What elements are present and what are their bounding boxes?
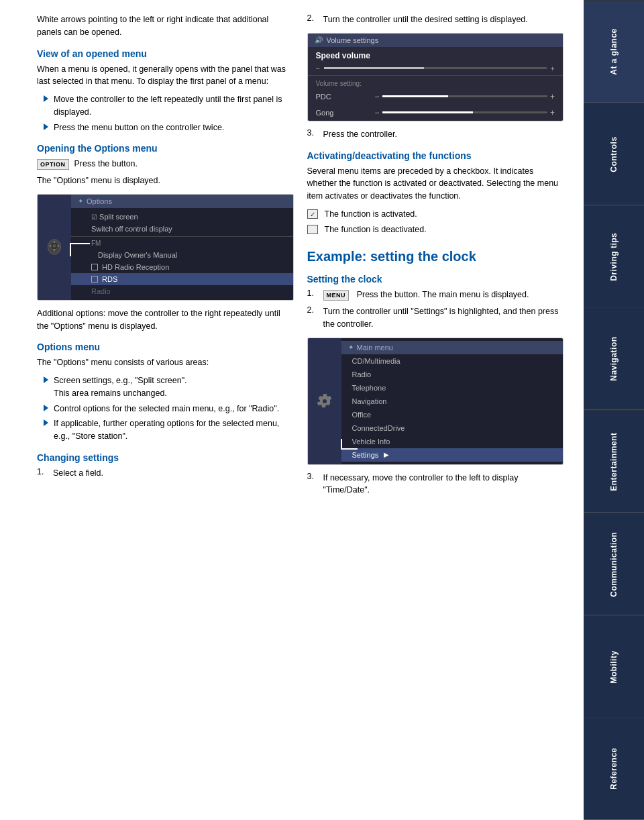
clock-step-num-1: 1. — [307, 289, 318, 301]
right-step-2: 2. Turn the controller until the desired… — [307, 13, 564, 26]
bullet-item-2: Press the menu button on the controller … — [44, 121, 294, 134]
pdc-label: PDC — [316, 93, 370, 101]
options-bullet-3: If applicable, further operating options… — [44, 417, 294, 443]
main-menu-settings: Settings ▶ — [341, 448, 564, 462]
options-left-panel — [38, 195, 71, 300]
sidebar-tab-communication[interactable]: Communication — [584, 513, 644, 615]
speed-minus: − — [316, 64, 320, 72]
options-item-hd-radio: HD Radio Reception — [71, 261, 293, 273]
clock-step-num-2: 2. — [307, 305, 318, 331]
deactivated-text: The function is deactivated. — [325, 223, 427, 236]
main-menu-header: ✦ Main menu — [341, 341, 564, 354]
main-menu-telephone: Telephone — [341, 381, 564, 395]
section-view-heading: View of an opened menu — [37, 48, 294, 59]
options-item-rds: RDS — [71, 273, 293, 285]
options-bullet-text-1: Screen settings, e.g., "Split screen". — [54, 376, 187, 385]
section-options-heading: Opening the Options menu — [37, 143, 294, 154]
sidebar-tab-driving-tips[interactable]: Driving tips — [584, 205, 644, 308]
clock-step-1: 1. MENU Press the button. The main menu … — [307, 289, 564, 301]
speed-volume-slider: − + — [308, 62, 564, 74]
clock-step-2-text: Turn the controller until "Settings" is … — [323, 305, 564, 331]
menu-button: MENU — [323, 290, 350, 301]
gong-volume-item: Gong − + — [308, 105, 564, 121]
gong-fill — [382, 111, 474, 113]
clock-step-3-text: If necessary, move the controller to the… — [323, 472, 564, 497]
right-step-2-text: Turn the controller until the desired se… — [323, 13, 528, 26]
options-bullet-arrow-3 — [44, 419, 48, 426]
gong-plus: + — [550, 108, 555, 117]
volume-header-label: Volume settings — [327, 36, 379, 44]
options-item-display-owners: Display Owner's Manual — [71, 249, 293, 261]
gong-slider: − + — [375, 108, 555, 117]
main-menu-inner: ✦ Main menu CD/Multimedia Radio Telephon… — [308, 338, 564, 464]
sidebar-tab-mobility[interactable]: Mobility — [584, 615, 644, 718]
option-button-label: OPTION — [37, 159, 69, 170]
options-bullet-2: Control options for the selected main me… — [44, 403, 294, 415]
intro-text: White arrows pointing to the left or rig… — [37, 13, 294, 39]
clock-step-1-text: Press the button. The main menu is displ… — [357, 290, 529, 299]
gong-bar — [382, 111, 547, 113]
right-step-num-3: 3. — [307, 128, 318, 141]
callout-line-v — [70, 243, 71, 256]
sidebar-tab-navigation[interactable]: Navigation — [584, 307, 644, 410]
activated-text: The function is activated. — [325, 208, 417, 221]
check-deactivated-icon — [307, 225, 318, 234]
main-menu-header-label: Main menu — [357, 344, 393, 352]
speed-slider-bar — [324, 67, 547, 69]
bullet-arrow-1 — [44, 95, 48, 102]
step-num-1: 1. — [37, 467, 48, 480]
options-bullet-1: Screen settings, e.g., "Split screen". T… — [44, 374, 294, 400]
main-menu-screenshot: ✦ Main menu CD/Multimedia Radio Telephon… — [307, 338, 564, 465]
speed-plus: + — [551, 64, 555, 72]
pdc-fill — [382, 95, 449, 97]
options-right-panel: ✦ Options ☑ Split screen Switch off cont… — [71, 195, 293, 300]
main-menu-left — [308, 338, 341, 464]
bullet-arrow-2 — [44, 123, 48, 130]
right-step-3-text: Press the controller. — [323, 128, 397, 141]
main-menu-vehicle: Vehicle Info — [341, 435, 564, 448]
main-menu-navigation: Navigation — [341, 395, 564, 408]
volume-setting-label: Volume setting: — [308, 77, 564, 89]
pdc-minus: − — [375, 92, 380, 101]
speed-volume-label: Speed volume — [308, 47, 564, 62]
volume-header: 🔊 Volume settings — [308, 34, 564, 47]
activating-body: Several menu items are preceded by a che… — [307, 165, 564, 203]
main-menu-office: Office — [341, 408, 564, 421]
clock-step-2: 2. Turn the controller until "Settings" … — [307, 305, 564, 331]
volume-divider — [308, 75, 564, 76]
main-menu-callout-h — [341, 448, 358, 450]
options-header-label: Options — [87, 197, 112, 205]
main-menu-connected: ConnectedDrive — [341, 421, 564, 435]
sidebar-tab-at-a-glance[interactable]: At a glance — [584, 0, 644, 103]
sidebar-tab-reference[interactable]: Reference — [584, 717, 644, 820]
svg-point-2 — [53, 244, 56, 248]
changing-step-1: 1. Select a field. — [37, 467, 294, 480]
activated-row: The function is activated. — [307, 208, 564, 221]
bullet-item-1: Move the controller to the left repeated… — [44, 93, 294, 119]
clock-step-3: 3. If necessary, move the controller to … — [307, 472, 564, 497]
options-item-radio: Radio — [71, 285, 293, 297]
setting-clock-heading: Setting the clock — [307, 274, 564, 285]
section-changing-heading: Changing settings — [37, 452, 294, 463]
options-item-split-screen: ☑ Split screen — [71, 211, 293, 223]
section-view-body: When a menu is opened, it generally open… — [37, 63, 294, 89]
options-screenshot: ✦ Options ☑ Split screen Switch off cont… — [37, 194, 294, 301]
options-header: ✦ Options — [71, 195, 293, 208]
sidebar: At a glance Controls Driving tips Naviga… — [584, 0, 644, 820]
main-menu-radio: Radio — [341, 368, 564, 381]
deactivated-row: The function is deactivated. — [307, 223, 564, 236]
main-menu-cd: CD/Multimedia — [341, 354, 564, 368]
main-menu-callout-v — [341, 439, 342, 450]
pdc-volume-item: PDC − + — [308, 89, 564, 105]
options-bullet-text-3: If applicable, further operating options… — [54, 417, 294, 443]
options-bullet-arrow-1 — [44, 376, 48, 383]
sidebar-tab-entertainment[interactable]: Entertainment — [584, 410, 644, 513]
example-heading: Example: setting the clock — [307, 249, 564, 264]
options-item-switch-off: Switch off control display — [71, 223, 293, 235]
section-activating-heading: Activating/deactivating the functions — [307, 150, 564, 161]
pdc-bar — [382, 95, 547, 97]
options-screenshot-inner: ✦ Options ☑ Split screen Switch off cont… — [38, 195, 293, 300]
right-step-3: 3. Press the controller. — [307, 128, 564, 141]
right-step-num-2: 2. — [307, 13, 318, 26]
sidebar-tab-controls[interactable]: Controls — [584, 103, 644, 205]
